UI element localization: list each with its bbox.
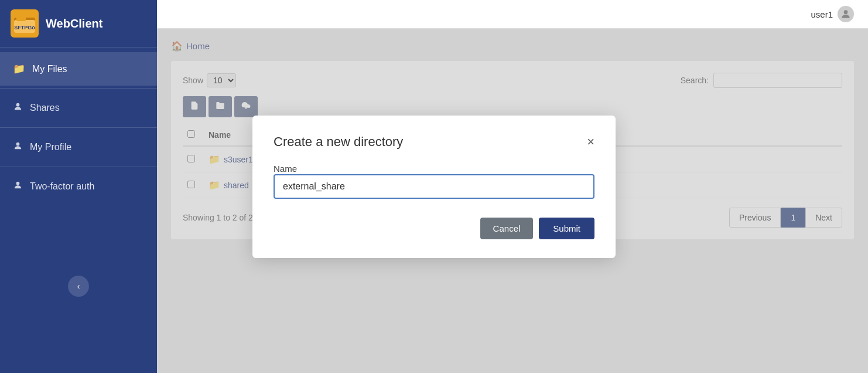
modal-name-label: Name (274, 164, 297, 174)
modal-header: Create a new directory × (274, 134, 594, 150)
directory-name-input[interactable] (274, 174, 594, 199)
modal-close-button[interactable]: × (587, 135, 594, 148)
modal-footer: Cancel Submit (274, 218, 594, 239)
modal-title: Create a new directory (274, 134, 403, 150)
create-directory-modal: Create a new directory × Name Cancel Sub… (252, 116, 616, 258)
submit-button[interactable]: Submit (539, 218, 594, 239)
main-content: user1 🏠 Home Show 10 25 50 (157, 0, 868, 373)
modal-backdrop: Create a new directory × Name Cancel Sub… (0, 0, 868, 373)
cancel-button[interactable]: Cancel (480, 218, 534, 239)
